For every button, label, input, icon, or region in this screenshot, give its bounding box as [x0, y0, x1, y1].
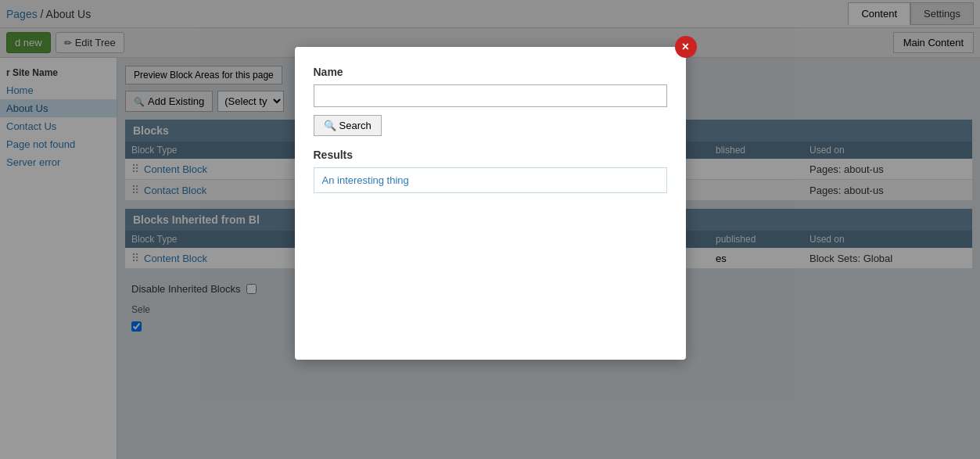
modal-result-item[interactable]: An interesting thing — [314, 167, 667, 193]
modal-search-button[interactable]: 🔍 Search — [314, 115, 382, 136]
modal-results-title: Results — [314, 149, 667, 161]
modal-name-input[interactable] — [314, 84, 667, 107]
modal: × Name 🔍 Search Results An interesting t… — [295, 47, 686, 360]
modal-close-button[interactable]: × — [675, 36, 697, 58]
search-btn-label: Search — [339, 120, 372, 131]
modal-overlay: × Name 🔍 Search Results An interesting t… — [0, 0, 980, 459]
modal-title: Name — [314, 66, 667, 78]
search-icon-sm: 🔍 — [324, 120, 336, 131]
